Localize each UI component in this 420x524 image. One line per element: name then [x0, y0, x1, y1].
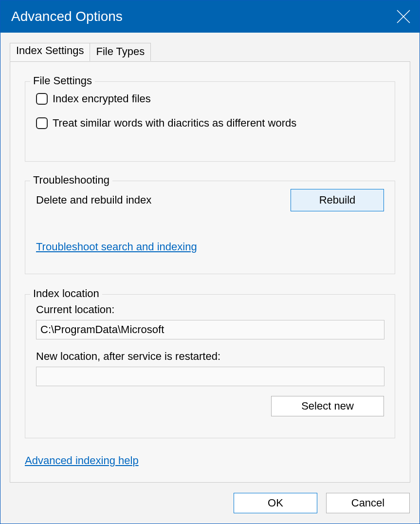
rebuild-button-label: Rebuild: [319, 194, 356, 206]
diacritics-row[interactable]: Treat similar words with diacritics as d…: [36, 117, 296, 130]
tab-pane-index-settings: File Settings Index encrypted files Trea…: [10, 61, 410, 483]
index-encrypted-label: Index encrypted files: [53, 93, 151, 105]
index-encrypted-checkbox[interactable]: [36, 93, 48, 105]
troubleshoot-link-text: Troubleshoot search and indexing: [36, 241, 197, 253]
diacritics-label: Treat similar words with diacritics as d…: [53, 117, 296, 130]
tab-label: Index Settings: [16, 44, 84, 56]
tab-file-types[interactable]: File Types: [90, 43, 151, 61]
current-location-value: C:\ProgramData\Microsoft: [40, 323, 164, 336]
index-location-legend: Index location: [30, 287, 102, 300]
advanced-options-dialog: Advanced Options Index Settings File Typ…: [0, 0, 420, 524]
delete-rebuild-label: Delete and rebuild index: [36, 194, 151, 206]
troubleshooting-legend: Troubleshooting: [30, 174, 112, 187]
advanced-help-link[interactable]: Advanced indexing help: [25, 454, 139, 467]
close-button[interactable]: [396, 9, 411, 24]
ok-button-label: OK: [268, 497, 283, 509]
index-location-group: Index location Current location: C:\Prog…: [25, 294, 395, 438]
advanced-help-link-text: Advanced indexing help: [25, 454, 139, 467]
ok-button[interactable]: OK: [234, 493, 317, 513]
titlebar: Advanced Options: [0, 0, 420, 33]
tab-index-settings[interactable]: Index Settings: [10, 43, 90, 61]
diacritics-checkbox[interactable]: [36, 117, 48, 129]
close-icon: [396, 9, 411, 24]
dialog-footer: OK Cancel: [0, 483, 420, 524]
new-location-label: New location, after service is restarted…: [36, 350, 220, 363]
tab-strip: Index Settings File Types: [10, 42, 150, 61]
troubleshooting-group: Troubleshooting Delete and rebuild index…: [25, 181, 395, 274]
select-new-button-label: Select new: [301, 400, 354, 412]
current-location-field: C:\ProgramData\Microsoft: [36, 320, 384, 339]
select-new-button[interactable]: Select new: [271, 396, 384, 416]
window-title: Advanced Options: [11, 9, 123, 24]
cancel-button-label: Cancel: [351, 497, 384, 509]
new-location-field: [36, 367, 384, 386]
file-settings-legend: File Settings: [30, 75, 95, 87]
rebuild-button[interactable]: Rebuild: [291, 189, 384, 211]
tab-label: File Types: [96, 45, 145, 57]
troubleshoot-link[interactable]: Troubleshoot search and indexing: [36, 241, 197, 253]
index-encrypted-row[interactable]: Index encrypted files: [36, 93, 151, 105]
cancel-button[interactable]: Cancel: [326, 493, 410, 513]
client-area: Index Settings File Types File Settings …: [0, 33, 420, 524]
current-location-label: Current location:: [36, 303, 114, 316]
file-settings-group: File Settings Index encrypted files Trea…: [25, 81, 395, 162]
